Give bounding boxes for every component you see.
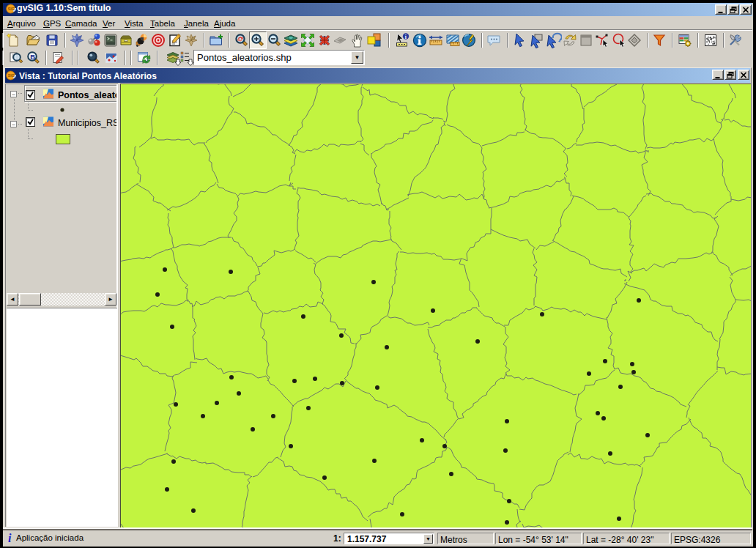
svg-text:SIG: SIG (8, 7, 15, 11)
svg-text:SIG: SIG (8, 73, 15, 78)
svg-text:B: B (30, 53, 35, 61)
svg-text:i: i (8, 532, 12, 544)
svg-text:i: i (405, 34, 407, 40)
